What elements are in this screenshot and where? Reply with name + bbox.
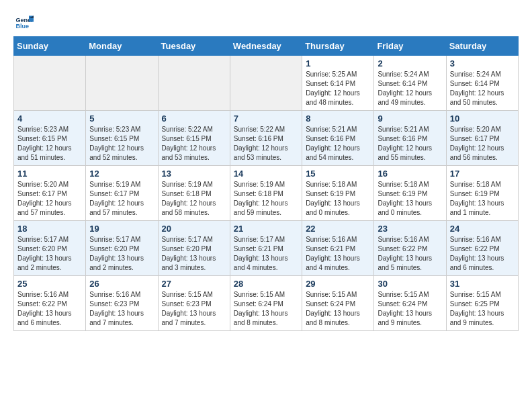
day-number: 8 xyxy=(306,113,370,124)
calendar-cell: 5Sunrise: 5:23 AM Sunset: 6:15 PM Daylig… xyxy=(86,111,158,166)
calendar-cell: 15Sunrise: 5:18 AM Sunset: 6:19 PM Dayli… xyxy=(302,166,374,221)
day-number: 6 xyxy=(162,113,226,124)
day-number: 23 xyxy=(378,224,442,234)
day-number: 1 xyxy=(306,58,370,68)
calendar-cell xyxy=(14,56,86,111)
day-info: Sunrise: 5:24 AM Sunset: 6:14 PM Dayligh… xyxy=(450,70,515,107)
day-number: 21 xyxy=(234,224,298,234)
calendar-header: SundayMondayTuesdayWednesdayThursdayFrid… xyxy=(14,37,519,56)
day-info: Sunrise: 5:15 AM Sunset: 6:24 PM Dayligh… xyxy=(306,290,370,328)
day-number: 29 xyxy=(306,279,370,289)
day-number: 9 xyxy=(378,113,442,124)
day-info: Sunrise: 5:16 AM Sunset: 6:21 PM Dayligh… xyxy=(306,235,370,273)
calendar-cell: 19Sunrise: 5:17 AM Sunset: 6:20 PM Dayli… xyxy=(86,221,158,276)
day-info: Sunrise: 5:22 AM Sunset: 6:15 PM Dayligh… xyxy=(162,125,226,163)
day-info: Sunrise: 5:21 AM Sunset: 6:16 PM Dayligh… xyxy=(378,125,442,163)
calendar-cell: 20Sunrise: 5:17 AM Sunset: 6:20 PM Dayli… xyxy=(158,221,230,276)
calendar-cell: 17Sunrise: 5:18 AM Sunset: 6:19 PM Dayli… xyxy=(446,166,518,221)
day-number: 11 xyxy=(17,169,82,179)
calendar-cell xyxy=(230,56,302,111)
day-info: Sunrise: 5:16 AM Sunset: 6:22 PM Dayligh… xyxy=(450,235,515,273)
day-header-sunday: Sunday xyxy=(14,37,86,56)
day-number: 4 xyxy=(17,113,82,124)
day-header-monday: Monday xyxy=(86,37,158,56)
day-info: Sunrise: 5:15 AM Sunset: 6:24 PM Dayligh… xyxy=(234,290,298,328)
day-number: 28 xyxy=(234,279,298,289)
day-number: 13 xyxy=(162,169,226,179)
calendar-body: 1Sunrise: 5:25 AM Sunset: 6:14 PM Daylig… xyxy=(14,56,519,331)
day-number: 17 xyxy=(450,169,515,179)
day-number: 30 xyxy=(378,279,442,289)
logo-icon: General Blue xyxy=(15,13,34,32)
page-header: General Blue xyxy=(13,13,519,32)
day-number: 7 xyxy=(234,113,298,124)
calendar-cell xyxy=(86,56,158,111)
calendar-cell: 3Sunrise: 5:24 AM Sunset: 6:14 PM Daylig… xyxy=(446,56,518,111)
calendar-cell: 23Sunrise: 5:16 AM Sunset: 6:22 PM Dayli… xyxy=(374,221,446,276)
day-info: Sunrise: 5:17 AM Sunset: 6:21 PM Dayligh… xyxy=(234,235,298,273)
calendar-cell: 18Sunrise: 5:17 AM Sunset: 6:20 PM Dayli… xyxy=(14,221,86,276)
calendar-cell: 11Sunrise: 5:20 AM Sunset: 6:17 PM Dayli… xyxy=(14,166,86,221)
day-number: 14 xyxy=(234,169,298,179)
day-info: Sunrise: 5:19 AM Sunset: 6:18 PM Dayligh… xyxy=(234,180,298,218)
day-info: Sunrise: 5:19 AM Sunset: 6:17 PM Dayligh… xyxy=(89,180,154,218)
calendar-cell: 30Sunrise: 5:15 AM Sunset: 6:24 PM Dayli… xyxy=(374,276,446,331)
day-number: 27 xyxy=(162,279,226,289)
day-info: Sunrise: 5:19 AM Sunset: 6:18 PM Dayligh… xyxy=(162,180,226,218)
day-number: 20 xyxy=(162,224,226,234)
day-number: 5 xyxy=(89,113,154,124)
calendar-cell: 8Sunrise: 5:21 AM Sunset: 6:16 PM Daylig… xyxy=(302,111,374,166)
day-info: Sunrise: 5:18 AM Sunset: 6:19 PM Dayligh… xyxy=(450,180,515,218)
day-header-wednesday: Wednesday xyxy=(230,37,302,56)
calendar-week-1: 1Sunrise: 5:25 AM Sunset: 6:14 PM Daylig… xyxy=(14,56,519,111)
calendar-cell: 10Sunrise: 5:20 AM Sunset: 6:17 PM Dayli… xyxy=(446,111,518,166)
calendar-week-3: 11Sunrise: 5:20 AM Sunset: 6:17 PM Dayli… xyxy=(14,166,519,221)
logo: General Blue xyxy=(13,13,34,32)
day-info: Sunrise: 5:20 AM Sunset: 6:17 PM Dayligh… xyxy=(17,180,82,218)
day-info: Sunrise: 5:16 AM Sunset: 6:22 PM Dayligh… xyxy=(378,235,442,273)
day-info: Sunrise: 5:23 AM Sunset: 6:15 PM Dayligh… xyxy=(89,125,154,163)
day-header-thursday: Thursday xyxy=(302,37,374,56)
calendar-cell: 22Sunrise: 5:16 AM Sunset: 6:21 PM Dayli… xyxy=(302,221,374,276)
day-header-saturday: Saturday xyxy=(446,37,518,56)
day-info: Sunrise: 5:18 AM Sunset: 6:19 PM Dayligh… xyxy=(378,180,442,218)
day-info: Sunrise: 5:18 AM Sunset: 6:19 PM Dayligh… xyxy=(306,180,370,218)
calendar-week-5: 25Sunrise: 5:16 AM Sunset: 6:22 PM Dayli… xyxy=(14,276,519,331)
day-number: 25 xyxy=(17,279,82,289)
calendar-cell: 14Sunrise: 5:19 AM Sunset: 6:18 PM Dayli… xyxy=(230,166,302,221)
calendar-cell: 2Sunrise: 5:24 AM Sunset: 6:14 PM Daylig… xyxy=(374,56,446,111)
calendar-table: SundayMondayTuesdayWednesdayThursdayFrid… xyxy=(13,36,519,331)
day-info: Sunrise: 5:17 AM Sunset: 6:20 PM Dayligh… xyxy=(17,235,82,273)
day-info: Sunrise: 5:17 AM Sunset: 6:20 PM Dayligh… xyxy=(89,235,154,273)
calendar-cell: 4Sunrise: 5:23 AM Sunset: 6:15 PM Daylig… xyxy=(14,111,86,166)
day-number: 19 xyxy=(89,224,154,234)
day-number: 10 xyxy=(450,113,515,124)
calendar-cell: 29Sunrise: 5:15 AM Sunset: 6:24 PM Dayli… xyxy=(302,276,374,331)
day-info: Sunrise: 5:15 AM Sunset: 6:24 PM Dayligh… xyxy=(378,290,442,328)
day-info: Sunrise: 5:17 AM Sunset: 6:20 PM Dayligh… xyxy=(162,235,226,273)
calendar-cell: 21Sunrise: 5:17 AM Sunset: 6:21 PM Dayli… xyxy=(230,221,302,276)
calendar-cell: 26Sunrise: 5:16 AM Sunset: 6:23 PM Dayli… xyxy=(86,276,158,331)
calendar-cell: 16Sunrise: 5:18 AM Sunset: 6:19 PM Dayli… xyxy=(374,166,446,221)
day-number: 31 xyxy=(450,279,515,289)
svg-text:Blue: Blue xyxy=(15,23,29,30)
calendar-cell: 31Sunrise: 5:15 AM Sunset: 6:25 PM Dayli… xyxy=(446,276,518,331)
day-number: 3 xyxy=(450,58,515,68)
day-header-tuesday: Tuesday xyxy=(158,37,230,56)
day-number: 2 xyxy=(378,58,442,68)
day-number: 15 xyxy=(306,169,370,179)
calendar-cell: 7Sunrise: 5:22 AM Sunset: 6:16 PM Daylig… xyxy=(230,111,302,166)
day-number: 22 xyxy=(306,224,370,234)
day-info: Sunrise: 5:15 AM Sunset: 6:25 PM Dayligh… xyxy=(450,290,515,328)
day-info: Sunrise: 5:15 AM Sunset: 6:23 PM Dayligh… xyxy=(162,290,226,328)
day-number: 12 xyxy=(89,169,154,179)
day-number: 24 xyxy=(450,224,515,234)
day-info: Sunrise: 5:16 AM Sunset: 6:23 PM Dayligh… xyxy=(89,290,154,328)
calendar-cell: 25Sunrise: 5:16 AM Sunset: 6:22 PM Dayli… xyxy=(14,276,86,331)
calendar-cell: 27Sunrise: 5:15 AM Sunset: 6:23 PM Dayli… xyxy=(158,276,230,331)
calendar-cell: 9Sunrise: 5:21 AM Sunset: 6:16 PM Daylig… xyxy=(374,111,446,166)
day-info: Sunrise: 5:23 AM Sunset: 6:15 PM Dayligh… xyxy=(17,125,82,163)
day-header-friday: Friday xyxy=(374,37,446,56)
calendar-week-2: 4Sunrise: 5:23 AM Sunset: 6:15 PM Daylig… xyxy=(14,111,519,166)
day-info: Sunrise: 5:24 AM Sunset: 6:14 PM Dayligh… xyxy=(378,70,442,107)
